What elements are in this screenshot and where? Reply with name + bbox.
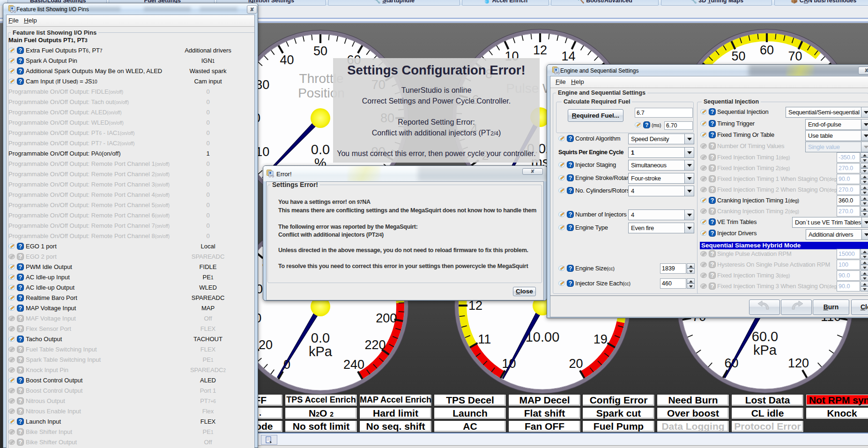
svg-text:?: ? [19, 78, 22, 85]
svg-text:?: ? [19, 439, 22, 446]
svg-text:?: ? [19, 68, 22, 75]
svg-text:?: ? [711, 120, 714, 127]
svg-text:?: ? [19, 326, 22, 332]
svg-text:?: ? [19, 58, 22, 64]
svg-text:?: ? [19, 47, 22, 54]
svg-text:?: ? [19, 357, 22, 363]
svg-text:40: 40 [280, 53, 294, 67]
svg-text:70: 70 [788, 49, 802, 63]
svg-text:?: ? [711, 283, 714, 290]
svg-text:?: ? [569, 135, 572, 142]
svg-text:?: ? [19, 315, 22, 322]
svg-text:14: 14 [561, 49, 575, 63]
svg-text:?: ? [19, 336, 22, 343]
svg-text:12: 12 [533, 43, 547, 57]
svg-text:50: 50 [732, 49, 746, 63]
svg-text:?: ? [711, 176, 714, 182]
svg-text:0.0: 0.0 [311, 330, 330, 345]
svg-text:?: ? [19, 264, 22, 270]
svg-text:?: ? [19, 429, 22, 435]
svg-text:?: ? [19, 367, 22, 373]
svg-text:?: ? [19, 274, 22, 281]
svg-text:?: ? [711, 219, 714, 225]
svg-text:?: ? [711, 208, 714, 215]
svg-text:?: ? [19, 254, 22, 260]
svg-text:11: 11 [478, 332, 491, 346]
svg-text:?: ? [711, 272, 714, 279]
svg-text:?: ? [19, 398, 22, 404]
svg-text:?: ? [645, 122, 648, 128]
svg-text:?: ? [19, 243, 22, 250]
svg-text:60.0: 60.0 [752, 329, 778, 344]
svg-text:120: 120 [788, 356, 809, 370]
svg-text:20: 20 [569, 357, 583, 371]
svg-text:200: 200 [376, 311, 397, 325]
svg-text:?: ? [19, 295, 22, 301]
svg-text:?: ? [711, 197, 714, 204]
svg-text:?: ? [19, 377, 22, 384]
svg-text:?: ? [19, 418, 22, 425]
svg-text:0.0: 0.0 [311, 142, 330, 157]
svg-text:?: ? [711, 165, 714, 172]
svg-text:50: 50 [313, 44, 327, 58]
svg-text:?: ? [711, 132, 714, 138]
svg-text:?: ? [711, 251, 714, 257]
svg-text:?: ? [19, 305, 22, 312]
svg-text:19: 19 [594, 332, 608, 346]
svg-text:?: ? [569, 224, 572, 231]
svg-text:?: ? [569, 211, 572, 218]
svg-text:?: ? [711, 261, 714, 268]
svg-text:240: 240 [343, 358, 364, 372]
svg-text:?: ? [711, 109, 714, 115]
svg-text:?: ? [711, 143, 714, 149]
svg-text:kPa: kPa [753, 343, 777, 358]
svg-text:60: 60 [760, 43, 774, 57]
svg-text:?: ? [19, 284, 22, 291]
svg-text:10.00: 10.00 [526, 329, 560, 344]
svg-text:?: ? [569, 175, 572, 181]
svg-text:?: ? [19, 346, 22, 353]
svg-text:?: ? [711, 154, 714, 161]
svg-text:?: ? [711, 230, 714, 237]
svg-text:?: ? [19, 408, 22, 415]
svg-text:kPa: kPa [309, 344, 333, 359]
svg-text:?: ? [19, 388, 22, 394]
svg-text:220: 220 [365, 338, 386, 352]
svg-text:?: ? [569, 280, 572, 287]
svg-text:?: ? [569, 265, 572, 272]
svg-text:?: ? [569, 187, 572, 194]
svg-text:?: ? [569, 162, 572, 168]
svg-text:?: ? [711, 187, 714, 193]
svg-text:20: 20 [259, 338, 273, 352]
